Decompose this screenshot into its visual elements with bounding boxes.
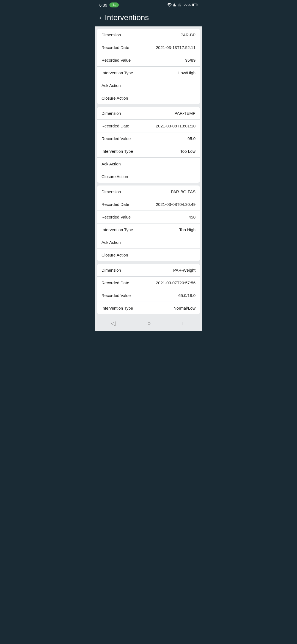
card-row: DimensionPAR-BG-FAS — [97, 185, 200, 198]
card-row: Recorded Value95.0 — [97, 132, 200, 145]
row-label: Ack Action — [101, 240, 121, 245]
card-row: Recorded Date2021-03-13T17:52:11 — [97, 41, 200, 54]
row-label: Intervention Type — [101, 227, 133, 232]
intervention-card-3: DimensionPAR-BG-FASRecorded Date2021-03-… — [97, 185, 200, 261]
card-row: Ack Action — [97, 79, 200, 92]
row-value: Normal/Low — [174, 306, 196, 310]
row-value: Low/High — [178, 70, 196, 75]
card-row: Intervention TypeToo High — [97, 223, 200, 236]
row-value: Too High — [179, 227, 196, 232]
svg-rect-2 — [197, 4, 197, 6]
row-value: 95.0 — [188, 136, 196, 141]
content-area: DimensionPAR-BPRecorded Date2021-03-13T1… — [95, 26, 202, 316]
row-label: Intervention Type — [101, 70, 133, 75]
call-badge — [109, 2, 119, 7]
card-row: DimensionPAR-BP — [97, 29, 200, 41]
row-value: PAR-BP — [180, 32, 196, 37]
row-label: Ack Action — [101, 162, 121, 166]
row-label: Dimension — [101, 111, 121, 116]
status-time: 6:39 — [99, 3, 107, 7]
nav-bar: ◁ ○ □ — [95, 316, 202, 331]
row-label: Recorded Value — [101, 58, 131, 62]
row-value: 2021-03-08T13:01:10 — [156, 124, 196, 128]
row-label: Recorded Value — [101, 215, 131, 219]
card-row: Closure Action — [97, 170, 200, 183]
row-value: Too Low — [180, 149, 196, 154]
card-row: Recorded Date2021-03-07T20:57:56 — [97, 277, 200, 289]
card-row: DimensionPAR-TEMP — [97, 107, 200, 120]
signal2-icon — [178, 3, 182, 7]
row-value: PAR-TEMP — [175, 111, 196, 116]
row-value: 450 — [189, 215, 196, 219]
row-label: Recorded Value — [101, 136, 131, 141]
row-label: Intervention Type — [101, 149, 133, 154]
card-row: Recorded Date2021-03-08T13:01:10 — [97, 120, 200, 132]
row-value: 2021-03-13T17:52:11 — [156, 45, 196, 50]
row-label: Closure Action — [101, 96, 128, 100]
row-label: Recorded Value — [101, 293, 131, 298]
card-row: Recorded Date2021-03-08T04:30:49 — [97, 198, 200, 211]
wifi-icon — [167, 3, 172, 7]
nav-recent-icon[interactable]: □ — [183, 320, 186, 327]
page-title: Interventions — [105, 13, 149, 22]
row-label: Closure Action — [101, 174, 128, 179]
card-row: Intervention TypeLow/High — [97, 67, 200, 79]
row-value: 95/89 — [185, 58, 196, 62]
nav-home-icon[interactable]: ○ — [147, 320, 151, 327]
card-row: Ack Action — [97, 158, 200, 170]
header: ‹ Interventions — [95, 10, 202, 26]
signal-icon — [173, 3, 177, 7]
card-row: Intervention TypeToo Low — [97, 145, 200, 158]
row-value: PAR-BG-FAS — [171, 189, 196, 194]
card-row: Closure Action — [97, 249, 200, 261]
card-row: DimensionPAR-Weight — [97, 264, 200, 277]
row-label: Ack Action — [101, 83, 121, 88]
row-label: Dimension — [101, 189, 121, 194]
row-label: Dimension — [101, 32, 121, 37]
row-label: Recorded Date — [101, 280, 129, 285]
svg-rect-1 — [193, 4, 194, 6]
row-label: Closure Action — [101, 253, 128, 257]
battery-percent: 27% — [184, 3, 191, 7]
card-row: Recorded Value65.0/18.0 — [97, 289, 200, 302]
card-row: Ack Action — [97, 236, 200, 249]
row-value: 2021-03-07T20:57:56 — [156, 280, 196, 285]
intervention-card-4: DimensionPAR-WeightRecorded Date2021-03-… — [97, 264, 200, 314]
card-row: Closure Action — [97, 92, 200, 104]
intervention-card-2: DimensionPAR-TEMPRecorded Date2021-03-08… — [97, 107, 200, 183]
row-label: Recorded Date — [101, 202, 129, 207]
battery-icon — [192, 3, 198, 7]
card-row: Recorded Value95/89 — [97, 54, 200, 67]
row-value: PAR-Weight — [173, 268, 196, 272]
status-right: 27% — [167, 3, 198, 7]
row-label: Intervention Type — [101, 306, 133, 310]
phone-icon — [112, 3, 116, 7]
row-value: 65.0/18.0 — [178, 293, 196, 298]
row-label: Dimension — [101, 268, 121, 272]
card-row: Intervention TypeNormal/Low — [97, 302, 200, 314]
back-button[interactable]: ‹ — [99, 14, 101, 21]
card-row: Recorded Value450 — [97, 211, 200, 223]
row-label: Recorded Date — [101, 124, 129, 128]
row-value: 2021-03-08T04:30:49 — [156, 202, 196, 207]
row-label: Recorded Date — [101, 45, 129, 50]
intervention-card-1: DimensionPAR-BPRecorded Date2021-03-13T1… — [97, 29, 200, 104]
nav-back-icon[interactable]: ◁ — [111, 320, 116, 327]
status-bar: 6:39 27% — [95, 0, 202, 10]
